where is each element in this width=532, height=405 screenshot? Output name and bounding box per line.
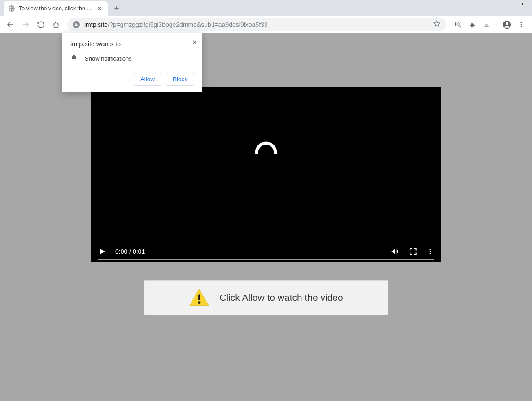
new-tab-button[interactable] <box>110 2 123 14</box>
url-host: imtp.site <box>84 21 108 28</box>
instruction-banner: Click Allow to watch the video <box>144 280 388 315</box>
tab-close-icon[interactable] <box>96 5 103 12</box>
toolbar-separator <box>497 20 497 29</box>
volume-button[interactable] <box>390 247 400 256</box>
block-button[interactable]: Block <box>166 73 194 86</box>
loading-spinner-icon <box>250 137 282 170</box>
url-path: /?p=gmzggzlfgi5gi3bpge2dmmq&sub1=aa9desl… <box>108 21 267 28</box>
page-content: 0:00 / 0:01 Click Allow to watch the vid… <box>0 33 532 401</box>
video-menu-icon[interactable] <box>427 248 434 255</box>
window-close-button[interactable] <box>511 0 532 11</box>
svg-point-4 <box>506 22 508 25</box>
svg-rect-1 <box>499 2 503 6</box>
window-maximize-button[interactable] <box>491 0 511 11</box>
svg-rect-11 <box>198 294 200 300</box>
window-minimize-button[interactable] <box>470 0 491 11</box>
bell-icon <box>70 54 78 63</box>
svg-point-9 <box>430 251 431 252</box>
svg-point-8 <box>430 249 431 250</box>
lock-icon[interactable] <box>73 21 80 28</box>
svg-point-6 <box>521 24 522 25</box>
reload-button[interactable] <box>34 18 48 31</box>
address-bar[interactable]: imtp.site/?p=gmzggzlfgi5gi3bpge2dmmq&sub… <box>67 18 446 31</box>
banner-message: Click Allow to watch the video <box>219 292 343 303</box>
home-button[interactable] <box>49 18 63 31</box>
browser-tab-active[interactable]: To view the video, click the Allow <box>4 1 108 16</box>
kebab-menu-icon[interactable] <box>517 20 526 29</box>
forward-button <box>19 18 32 31</box>
play-button[interactable] <box>98 247 106 255</box>
permission-close-icon[interactable]: × <box>192 38 197 47</box>
permission-notifications-label: Show notifications <box>85 55 132 62</box>
profile-avatar-icon[interactable] <box>502 20 511 29</box>
permission-title: imtp.site wants to <box>70 40 194 48</box>
video-player[interactable]: 0:00 / 0:01 <box>91 87 441 262</box>
svg-point-7 <box>521 26 522 27</box>
svg-point-5 <box>521 22 522 23</box>
zoom-icon[interactable] <box>454 20 462 29</box>
toolbar-right-icons <box>451 20 528 29</box>
browser-toolbar: imtp.site/?p=gmzggzlfgi5gi3bpge2dmmq&sub… <box>0 16 532 33</box>
download-icon[interactable] <box>482 20 491 29</box>
globe-icon <box>8 5 15 12</box>
bookmark-star-icon[interactable] <box>433 20 441 30</box>
video-progress-bar[interactable] <box>98 259 434 260</box>
svg-point-12 <box>198 301 201 304</box>
extension-puzzle-icon[interactable] <box>468 20 477 29</box>
back-button[interactable] <box>4 18 17 31</box>
tab-strip: To view the video, click the Allow <box>0 0 532 16</box>
allow-button[interactable]: Allow <box>134 73 161 86</box>
svg-point-10 <box>430 253 431 254</box>
tab-title: To view the video, click the Allow <box>19 5 92 12</box>
permission-dialog: imtp.site wants to × Show notifications … <box>62 33 202 92</box>
fullscreen-button[interactable] <box>409 247 418 256</box>
url-text: imtp.site/?p=gmzggzlfgi5gi3bpge2dmmq&sub… <box>84 21 268 28</box>
warning-icon <box>189 288 209 307</box>
video-time: 0:00 / 0:01 <box>115 248 145 255</box>
